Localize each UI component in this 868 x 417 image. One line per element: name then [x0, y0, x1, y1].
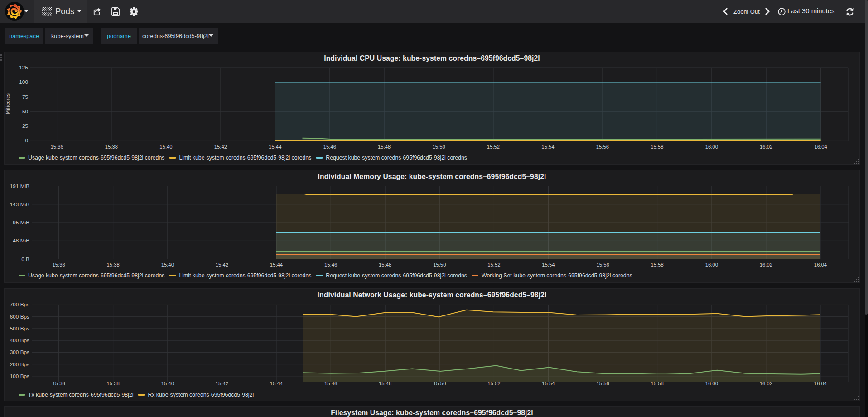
svg-text:15:48: 15:48: [379, 381, 391, 386]
svg-text:15:50: 15:50: [433, 381, 446, 386]
svg-text:95 MiB: 95 MiB: [13, 219, 29, 226]
svg-text:15:38: 15:38: [105, 144, 118, 150]
svg-text:15:42: 15:42: [216, 262, 228, 267]
svg-text:15:38: 15:38: [107, 262, 120, 267]
svg-text:15:50: 15:50: [432, 144, 445, 150]
svg-text:15:52: 15:52: [487, 381, 500, 386]
svg-text:16:02: 16:02: [760, 381, 772, 386]
svg-text:15:58: 15:58: [651, 262, 664, 267]
svg-text:15:54: 15:54: [542, 381, 555, 386]
svg-text:15:52: 15:52: [487, 262, 500, 267]
svg-text:500 Bps: 500 Bps: [10, 325, 29, 332]
svg-text:15:36: 15:36: [52, 262, 65, 267]
svg-text:143 MiB: 143 MiB: [10, 201, 29, 208]
svg-text:16:00: 16:00: [705, 381, 718, 386]
svg-text:100 Bps: 100 Bps: [10, 373, 29, 379]
svg-text:50: 50: [22, 108, 29, 115]
svg-text:400 Bps: 400 Bps: [10, 337, 29, 344]
svg-text:600 Bps: 600 Bps: [10, 314, 29, 320]
svg-text:15:44: 15:44: [270, 262, 283, 267]
svg-text:15:56: 15:56: [596, 381, 609, 386]
svg-text:15:48: 15:48: [379, 262, 391, 267]
svg-text:15:58: 15:58: [651, 144, 663, 150]
svg-text:16:02: 16:02: [760, 262, 772, 267]
svg-text:0: 0: [25, 137, 28, 144]
svg-text:15:42: 15:42: [214, 144, 227, 150]
svg-text:15:54: 15:54: [542, 262, 555, 267]
svg-text:16:00: 16:00: [705, 262, 718, 267]
svg-text:25: 25: [22, 123, 29, 129]
svg-text:15:48: 15:48: [378, 144, 391, 150]
svg-text:15:44: 15:44: [269, 144, 281, 150]
svg-text:15:38: 15:38: [107, 381, 120, 386]
svg-text:16:02: 16:02: [760, 144, 772, 150]
svg-text:15:58: 15:58: [651, 381, 664, 386]
svg-text:15:56: 15:56: [596, 144, 609, 150]
svg-text:15:36: 15:36: [50, 144, 63, 150]
svg-text:16:04: 16:04: [814, 144, 827, 150]
svg-text:15:46: 15:46: [323, 144, 336, 150]
svg-text:700 Bps: 700 Bps: [10, 301, 29, 308]
svg-text:15:54: 15:54: [541, 144, 554, 150]
svg-text:125: 125: [19, 64, 28, 71]
svg-text:15:44: 15:44: [270, 381, 283, 386]
svg-text:15:40: 15:40: [161, 381, 174, 386]
svg-text:15:36: 15:36: [52, 381, 65, 386]
svg-text:Millicores: Millicores: [5, 93, 10, 114]
svg-text:16:04: 16:04: [814, 262, 827, 267]
svg-text:16:04: 16:04: [814, 381, 827, 386]
svg-text:15:42: 15:42: [216, 381, 228, 386]
svg-text:15:46: 15:46: [324, 262, 337, 267]
svg-text:15:40: 15:40: [159, 144, 172, 150]
svg-text:48 MiB: 48 MiB: [13, 238, 29, 244]
svg-text:15:56: 15:56: [596, 262, 609, 267]
svg-text:100: 100: [19, 79, 28, 85]
svg-text:191 MiB: 191 MiB: [10, 183, 29, 189]
svg-text:200 Bps: 200 Bps: [10, 361, 29, 368]
svg-text:15:40: 15:40: [161, 262, 174, 267]
svg-text:15:52: 15:52: [487, 144, 500, 150]
svg-text:16:00: 16:00: [705, 144, 718, 150]
svg-text:15:50: 15:50: [433, 262, 446, 267]
svg-text:300 Bps: 300 Bps: [10, 349, 29, 355]
svg-text:15:46: 15:46: [324, 381, 337, 386]
svg-text:0 B: 0 B: [21, 256, 29, 262]
svg-text:75: 75: [22, 94, 29, 100]
